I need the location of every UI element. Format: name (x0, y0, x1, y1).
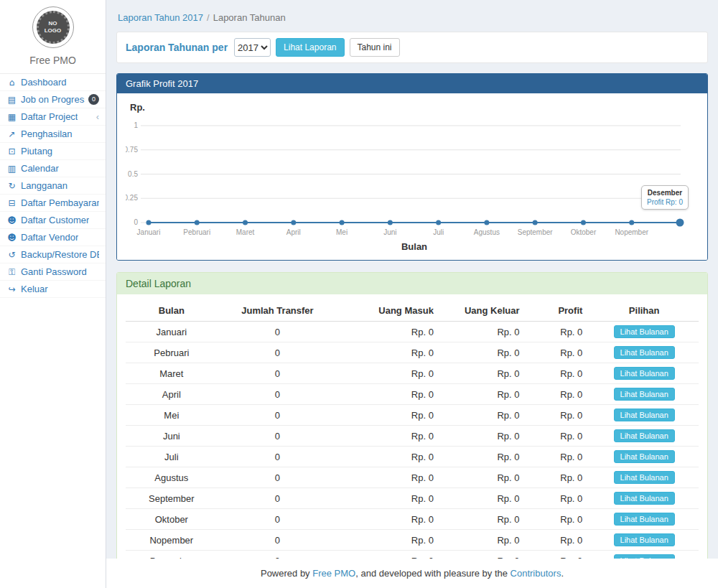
sidebar-item-langganan[interactable]: ↻Langganan (0, 177, 106, 195)
chart-point-januari[interactable] (146, 220, 151, 225)
table-cell: 0 (218, 384, 338, 405)
table-cell: Rp. 0 (337, 405, 441, 426)
sidebar-item-daftar-pembayaran[interactable]: ⊟Daftar Pembayaran (0, 195, 106, 212)
chart-point-juli[interactable] (436, 220, 441, 225)
lihat-bulanan-button[interactable]: Lihat Bulanan (614, 450, 675, 463)
table-cell: 0 (218, 509, 338, 530)
lihat-bulanan-button[interactable]: Lihat Bulanan (614, 533, 675, 546)
sidebar-item-label: Calendar (21, 163, 59, 174)
sidebar-item-label: Daftar Vendor (21, 232, 78, 243)
svg-text:Januari: Januari (137, 228, 161, 236)
chart-point-maret[interactable] (243, 220, 248, 225)
table-cell: Rp. 0 (527, 530, 590, 551)
svg-text:0: 0 (134, 218, 138, 226)
sidebar-item-label: Dashboard (21, 77, 67, 88)
tahun-ini-button[interactable]: Tahun ini (350, 38, 400, 57)
chart-point-pebruari[interactable] (195, 220, 200, 225)
sidebar-item-piutang[interactable]: ⊡Piutang (0, 143, 106, 160)
table-cell: Januari (126, 322, 218, 342)
lihat-bulanan-button[interactable]: Lihat Bulanan (614, 388, 675, 401)
table-cell: Juni (126, 426, 218, 447)
lihat-bulanan-button[interactable]: Lihat Bulanan (614, 429, 675, 442)
table-cell: Rp. 0 (337, 530, 441, 551)
sidebar-item-label: Job on Progress (21, 94, 85, 105)
sidebar-item-dashboard[interactable]: ⌂Dashboard (0, 74, 106, 91)
sidebar-item-label: Daftar Project (21, 111, 78, 122)
lihat-bulanan-button[interactable]: Lihat Bulanan (614, 492, 675, 505)
svg-text:Bulan: Bulan (401, 241, 427, 252)
chart-point-agustus[interactable] (484, 220, 489, 225)
sidebar-item-keluar[interactable]: ↪Keluar (0, 281, 106, 298)
subscription-refresh-icon: ↻ (6, 181, 17, 191)
sidebar-item-daftar-project[interactable]: ▦Daftar Project‹ (0, 108, 106, 126)
sidebar-item-daftar-customer[interactable]: ☻Daftar Customer (0, 212, 106, 229)
sidebar-item-ganti-password[interactable]: ⚿Ganti Password (0, 263, 106, 281)
lihat-bulanan-button[interactable]: Lihat Bulanan (614, 409, 675, 421)
table-cell: 0 (218, 488, 338, 509)
lihat-bulanan-button[interactable]: Lihat Bulanan (614, 325, 675, 338)
sidebar-item-label: Ganti Password (21, 266, 87, 277)
table-cell: Rp. 0 (527, 363, 590, 384)
lihat-bulanan-button[interactable]: Lihat Bulanan (614, 513, 675, 526)
chart-point-oktober[interactable] (581, 220, 586, 225)
column-header: Profit (527, 300, 590, 322)
table-row: April0Rp. 0Rp. 0Rp. 0Lihat Bulanan (126, 384, 699, 405)
chevron-left-icon: ‹ (96, 112, 99, 121)
sidebar-item-label: Piutang (21, 146, 52, 157)
chart-point-desember[interactable] (676, 219, 684, 227)
sidebar-item-label: Keluar (21, 284, 48, 294)
app-root: NO LOGO Free PMO ⌂Dashboard▤Job on Progr… (0, 0, 718, 588)
filter-label: Laporan Tahunan per (126, 42, 228, 53)
sidebar-item-job-on-progress[interactable]: ▤Job on Progress0 (0, 91, 106, 108)
profit-chart: Rp.10.750.50.250JanuariPebruariMaretApri… (117, 93, 707, 260)
sidebar-item-backup-restore-db[interactable]: ↺Backup/Restore DB (0, 246, 106, 263)
table-cell: Rp. 0 (441, 551, 527, 559)
table-cell: Rp. 0 (441, 530, 527, 551)
table-cell: Rp. 0 (337, 509, 441, 530)
contributors-link[interactable]: Contributors (510, 568, 561, 579)
table-cell: Rp. 0 (441, 405, 527, 426)
detail-panel-title: Detail Laporan (117, 273, 707, 294)
table-cell: 0 (218, 405, 338, 426)
action-cell: Lihat Bulanan (589, 488, 699, 509)
sidebar-item-calendar[interactable]: ▥Calendar (0, 160, 106, 177)
breadcrumb-link[interactable]: Laporan Tahun 2017 (118, 12, 203, 23)
table-cell: 0 (218, 342, 338, 363)
action-cell: Lihat Bulanan (589, 509, 699, 530)
lihat-laporan-button[interactable]: Lihat Laporan (276, 38, 344, 57)
svg-text:Maret: Maret (236, 228, 255, 236)
column-header: Jumlah Transfer (218, 300, 338, 322)
lihat-bulanan-button[interactable]: Lihat Bulanan (614, 471, 675, 484)
footer-text: , and developed with pleasure by the (355, 568, 510, 579)
project-table-icon: ▦ (6, 112, 17, 122)
chart-point-april[interactable] (291, 220, 296, 225)
lihat-bulanan-button[interactable]: Lihat Bulanan (614, 346, 675, 359)
sidebar-item-penghasilan[interactable]: ↗Penghasilan (0, 126, 106, 143)
footer: Powered by Free PMO, and developed with … (106, 559, 718, 588)
table-cell: Rp. 0 (441, 384, 527, 405)
breadcrumb-current: Laporan Tahunan (213, 12, 286, 23)
brand-block: NO LOGO Free PMO (0, 0, 106, 74)
year-select[interactable]: 2017 (234, 38, 271, 57)
table-cell: Rp. 0 (441, 322, 527, 342)
table-cell: Rp. 0 (527, 405, 590, 426)
chart-point-nopember[interactable] (629, 220, 634, 225)
sidebar-item-label: Penghasilan (21, 129, 73, 139)
freepmo-link[interactable]: Free PMO (312, 568, 355, 579)
chart-point-juni[interactable] (388, 220, 393, 225)
chart-point-mei[interactable] (340, 220, 345, 225)
table-cell: Rp. 0 (337, 322, 441, 342)
lihat-bulanan-button[interactable]: Lihat Bulanan (614, 367, 675, 380)
table-cell: 0 (218, 322, 338, 342)
password-lock-icon: ⚿ (6, 267, 17, 277)
svg-text:0.5: 0.5 (128, 170, 138, 178)
table-row: Nopember0Rp. 0Rp. 0Rp. 0Lihat Bulanan (126, 530, 699, 551)
table-cell: Juli (126, 447, 218, 467)
column-header: Uang Keluar (441, 300, 527, 322)
action-cell: Lihat Bulanan (589, 426, 699, 447)
column-header: Uang Masuk (337, 300, 441, 322)
chart-point-september[interactable] (533, 220, 538, 225)
detail-body: BulanJumlah TransferUang MasukUang Kelua… (117, 294, 707, 559)
table-header-row: BulanJumlah TransferUang MasukUang Kelua… (126, 300, 699, 322)
sidebar-item-daftar-vendor[interactable]: ☻Daftar Vendor (0, 229, 106, 246)
